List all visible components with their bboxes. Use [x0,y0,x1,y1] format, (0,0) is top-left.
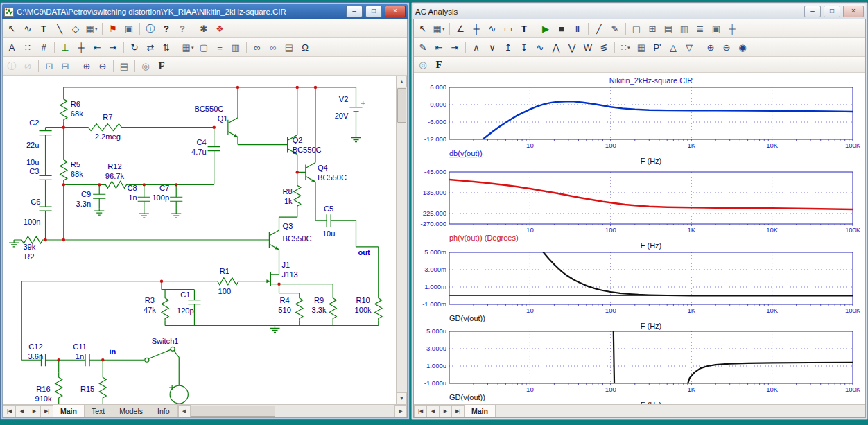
component-r2[interactable]: 39k R2 [17,236,44,261]
component-c3[interactable]: 10u C3 [26,159,52,180]
font-icon[interactable]: F [431,57,446,72]
zoom-out-icon[interactable]: ⊖ [95,58,110,73]
tab-prev-button[interactable]: ◀ [427,405,440,417]
overlay-panels-icon[interactable]: ▣ [709,21,724,36]
horizontal-panels-icon[interactable]: ▤ [661,21,676,36]
vertical-scrollbar-thumb[interactable] [397,88,406,123]
node-label-in[interactable]: in [109,347,116,356]
tab-last-button[interactable]: ▶| [41,405,53,417]
options-icon[interactable]: ✱ [196,21,211,36]
probe-circle-icon[interactable]: ◎ [138,58,153,73]
stacked-panels-icon[interactable]: ≣ [693,21,708,36]
horizontal-scrollbar-track[interactable] [275,405,394,417]
tab-next-button[interactable]: ▶ [440,405,452,417]
y-expression-label[interactable]: ph(v(out)) (Degrees) [449,234,519,242]
component-r1[interactable]: R1 100 [213,267,241,295]
align-icon[interactable]: ≡ [212,40,227,55]
component-c11[interactable]: C11 1n [73,342,89,366]
scroll-right-icon[interactable]: ▶ [394,405,407,417]
component-q3[interactable]: Q3 BC550C [269,222,311,250]
attribute-text-icon[interactable]: A [4,40,19,55]
line-tool-icon[interactable]: ╲ [52,21,67,36]
component-r9[interactable]: R9 3.3k [312,293,337,321]
ground-icon[interactable]: ⊥ [58,40,73,55]
high-icon[interactable]: ↥ [501,40,516,55]
compare-icon[interactable]: ≶ [596,40,611,55]
component-j1[interactable]: J1 J113 [257,261,298,286]
component-r7[interactable]: R7 2.2meg [81,113,134,141]
marker-icon[interactable]: ✎ [607,21,623,36]
cursor-left-icon[interactable]: ⇤ [431,40,446,55]
dropdown-arrow-icon[interactable]: ▾ [191,45,194,50]
y-expression-label[interactable]: GD(v(out)) [449,393,485,401]
global-high-icon[interactable]: ⋀ [548,40,564,55]
scale-mode-icon[interactable]: ∠ [453,21,468,36]
component-r16[interactable]: R16 910k [35,372,62,403]
tab-models[interactable]: Models [112,405,150,417]
p-prime-icon[interactable]: P' [650,40,665,55]
component-r3[interactable]: R3 47k [144,293,168,321]
schematic-wires[interactable] [14,87,379,404]
close-button[interactable]: × [385,6,406,17]
border-icon[interactable]: ▢ [196,40,211,55]
plot-area[interactable]: 101001K10K100K6.0000.000-6.000-12.000Nik… [414,73,865,404]
find-next-icon[interactable]: ∞ [266,40,281,55]
select-tool-icon[interactable]: ↖ [4,21,19,36]
zoom-out-icon[interactable]: ⊖ [719,40,734,55]
inflection-icon[interactable]: ∿ [532,40,548,55]
component-q4[interactable]: Q4 BC550C [306,162,347,182]
component-c5[interactable]: C5 10u [322,205,336,238]
component-menu-icon[interactable]: ▦▾ [84,21,99,36]
cancel-icon[interactable]: ⊘ [20,58,35,73]
zoom-region-icon[interactable]: ◉ [735,40,750,55]
curve-GD-v-out-[interactable] [539,248,853,296]
global-low-icon[interactable]: ⋁ [564,40,580,55]
tab-prev-button[interactable]: ◀ [16,405,28,417]
wire-tool-icon[interactable]: ∿ [20,21,35,36]
tab-main[interactable]: Main [465,405,496,417]
tab-first-button[interactable]: |◀ [3,405,16,417]
valley-icon[interactable]: ∨ [485,40,500,55]
info-tool-icon[interactable]: ⓘ [143,21,158,36]
vertical-panels-icon[interactable]: ▥ [677,21,692,36]
dropdown-arrow-icon[interactable]: ▾ [95,26,98,31]
node-label-out[interactable]: out [358,248,371,257]
component-c8[interactable]: C8 1n [128,184,150,202]
find-icon[interactable]: ∞ [250,40,265,55]
library-book-icon[interactable]: ▤ [281,40,297,55]
cursor-mode-icon[interactable]: ┼ [469,21,484,36]
vertical-scrollbar-track[interactable] [397,87,407,392]
text-tool-icon[interactable]: T [36,21,51,36]
waveform-icon[interactable]: W [580,40,596,55]
pause-button[interactable]: ‖ [570,21,585,36]
component-r12[interactable]: R12 96.7k [101,162,128,188]
component-r4[interactable]: R4 510 [278,293,302,321]
one-plot-icon[interactable]: ▢ [629,21,644,36]
y-expression-label[interactable]: GD(v(out)) [449,314,485,322]
cursor-right-icon[interactable]: ⇥ [447,40,462,55]
probe-edit-icon[interactable]: ✎ [415,40,431,55]
grid-dots-icon[interactable]: ▦▾ [180,40,196,55]
probe-circle-icon[interactable]: ◎ [415,57,431,72]
scale-up-icon[interactable]: △ [666,40,681,55]
scale-down-icon[interactable]: ▽ [682,40,697,55]
component-q1[interactable]: BC550C Q1 [194,105,238,137]
measure-icon[interactable]: ∿ [485,21,500,36]
tab-info[interactable]: Info [150,405,177,417]
copy-to-front-icon[interactable]: ⊡ [42,58,57,73]
component-c1[interactable]: C1 120p [177,290,201,315]
scroll-down-icon[interactable]: ▼ [397,392,407,404]
component-r8[interactable]: R8 1k [282,180,300,208]
help-tool-icon[interactable]: ? [159,21,174,36]
tab-last-button[interactable]: ▶| [452,405,465,417]
component-v1[interactable] [169,385,188,404]
mirror-vertical-icon[interactable]: ⇅ [159,40,174,55]
maximize-button[interactable]: □ [824,6,840,17]
step-left-icon[interactable]: ⇤ [89,40,105,55]
context-help-icon[interactable]: ? [175,21,190,36]
tab-text[interactable]: Text [85,405,112,417]
y-expression-label[interactable]: db(v(out)) [449,149,483,157]
component-c12[interactable]: C12 3.6n [28,342,46,366]
component-r15[interactable]: R15 [80,372,106,400]
component-q2[interactable]: Q2 BC550C [288,135,322,155]
